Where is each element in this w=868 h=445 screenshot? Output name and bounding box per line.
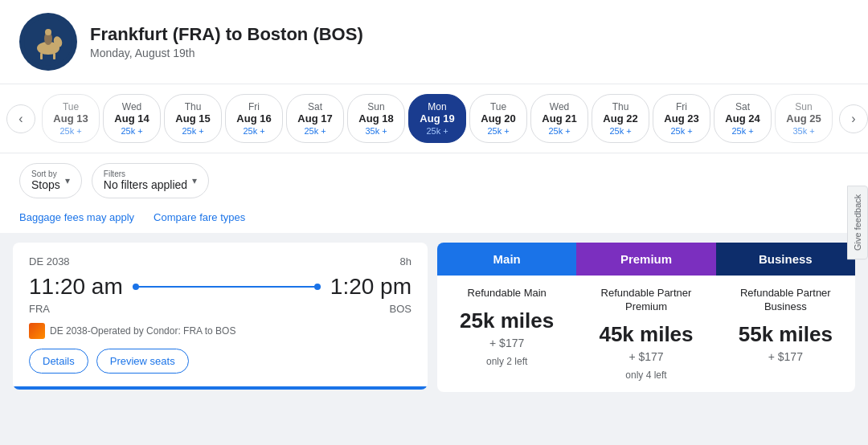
day-price: 35k + xyxy=(365,126,387,136)
fare-header-business: Business xyxy=(716,243,855,276)
sort-dropdown[interactable]: Sort by Stops ▾ xyxy=(19,163,82,198)
day-name: Wed xyxy=(550,101,569,112)
filter-dropdown-inner: Filters No filters applied xyxy=(104,170,187,191)
flight-route-line xyxy=(133,286,321,288)
day-name: Mon xyxy=(428,101,446,112)
svg-rect-5 xyxy=(40,53,43,59)
filter-dropdown[interactable]: Filters No filters applied ▾ xyxy=(92,163,209,198)
day-name: Fri xyxy=(248,101,260,112)
details-button[interactable]: Details xyxy=(29,349,88,374)
fare-col-main[interactable]: Main Refundable Main 25k miles + $177 on… xyxy=(437,243,576,392)
day-name: Thu xyxy=(612,101,629,112)
date-item-tue-aug13[interactable]: Tue Aug 13 25k + xyxy=(42,94,100,143)
day-price: 25k + xyxy=(426,126,448,136)
fare-type-main: Refundable Main xyxy=(468,287,547,300)
fare-availability-premium: only 4 left xyxy=(625,369,666,381)
date-selector: ‹ Tue Aug 13 25k + Wed Aug 14 25k + Thu … xyxy=(0,84,868,153)
day-price: 25k + xyxy=(121,126,142,136)
date-item-fri-aug23[interactable]: Fri Aug 23 25k + xyxy=(653,94,710,143)
day-name: Sat xyxy=(735,101,750,112)
fare-body-premium: Refundable Partner Premium 45k miles + $… xyxy=(576,276,715,392)
fare-header-main: Main xyxy=(437,243,576,276)
day-date: Aug 21 xyxy=(542,112,576,125)
day-price: 25k + xyxy=(609,126,631,136)
day-price: 25k + xyxy=(731,126,753,136)
feedback-tab[interactable]: Give feedback xyxy=(847,186,868,259)
day-price: 25k + xyxy=(182,126,203,136)
fare-availability-main: only 2 left xyxy=(486,356,527,367)
flight-actions: Details Preview seats xyxy=(29,349,411,374)
date-item-wed-aug14[interactable]: Wed Aug 14 25k + xyxy=(103,94,161,143)
day-name: Fri xyxy=(676,101,687,112)
fare-col-premium[interactable]: Premium Refundable Partner Premium 45k m… xyxy=(576,243,715,392)
fare-miles-premium: 45k miles xyxy=(599,322,693,347)
day-date: Aug 15 xyxy=(175,112,210,125)
date-item-sat-aug17[interactable]: Sat Aug 17 25k + xyxy=(286,94,344,143)
fare-body-main: Refundable Main 25k miles + $177 only 2 … xyxy=(437,276,576,392)
day-name: Tue xyxy=(490,101,506,112)
fare-cash-main: + $177 xyxy=(489,337,524,349)
fare-header-premium: Premium xyxy=(576,243,715,276)
fare-type-premium: Refundable Partner Premium xyxy=(584,287,707,314)
operated-by-text: DE 2038-Operated by Condor: FRA to BOS xyxy=(50,325,235,337)
next-date-button[interactable]: › xyxy=(839,104,868,133)
day-price: 25k + xyxy=(304,126,326,136)
page-header: Frankfurt (FRA) to Boston (BOS) Monday, … xyxy=(0,0,868,84)
day-name: Sun xyxy=(367,101,384,112)
fare-cash-premium: + $177 xyxy=(628,350,663,363)
sort-dropdown-inner: Sort by Stops xyxy=(31,170,60,191)
day-date: Aug 20 xyxy=(481,112,515,125)
date-item-sat-aug24[interactable]: Sat Aug 24 25k + xyxy=(714,94,772,143)
destination-avatar xyxy=(19,13,77,71)
day-name: Tue xyxy=(63,101,79,112)
fare-cash-business: + $177 xyxy=(768,350,803,363)
day-date: Aug 22 xyxy=(603,112,637,125)
day-date: Aug 16 xyxy=(236,112,271,125)
fare-col-business[interactable]: Business Refundable Partner Business 55k… xyxy=(716,243,855,392)
day-date: Aug 13 xyxy=(53,112,88,125)
date-item-wed-aug21[interactable]: Wed Aug 21 25k + xyxy=(530,94,588,143)
filter-value: No filters applied xyxy=(104,178,187,191)
day-date: Aug 25 xyxy=(786,112,821,125)
day-date: Aug 14 xyxy=(114,112,149,125)
controls-bar: Sort by Stops ▾ Filters No filters appli… xyxy=(0,153,868,205)
sort-chevron-icon: ▾ xyxy=(65,175,70,186)
flight-number: DE 2038 xyxy=(29,255,70,267)
fare-miles-business: 55k miles xyxy=(739,322,833,347)
fare-miles-main: 25k miles xyxy=(460,308,554,333)
condor-airline-icon xyxy=(29,323,45,339)
preview-seats-button[interactable]: Preview seats xyxy=(96,349,189,374)
airports-row: FRA BOS xyxy=(29,303,411,315)
flight-duration: 8h xyxy=(400,255,411,267)
main-content: DE 2038 8h 11:20 am 1:20 pm FRA BOS DE 2… xyxy=(0,233,868,402)
date-item-thu-aug15[interactable]: Thu Aug 15 25k + xyxy=(164,94,222,143)
arrive-time: 1:20 pm xyxy=(330,274,411,300)
fare-body-business: Refundable Partner Business 55k miles + … xyxy=(716,276,855,392)
prev-date-button[interactable]: ‹ xyxy=(6,104,35,133)
date-item-sun-aug25[interactable]: Sun Aug 25 35k + xyxy=(775,94,833,143)
travel-date: Monday, August 19th xyxy=(90,47,363,59)
flight-times-row: 11:20 am 1:20 pm xyxy=(29,274,411,300)
date-item-mon-aug19[interactable]: Mon Aug 19 25k + xyxy=(408,94,466,143)
operated-by-row: DE 2038-Operated by Condor: FRA to BOS xyxy=(29,323,411,339)
day-date: Aug 17 xyxy=(297,112,332,125)
day-price: 25k + xyxy=(670,126,692,136)
date-item-sun-aug18[interactable]: Sun Aug 18 35k + xyxy=(347,94,405,143)
date-item-thu-aug22[interactable]: Thu Aug 22 25k + xyxy=(592,94,649,143)
day-name: Sun xyxy=(795,101,812,112)
date-item-tue-aug20[interactable]: Tue Aug 20 25k + xyxy=(469,94,527,143)
day-date: Aug 24 xyxy=(725,112,760,125)
day-date: Aug 18 xyxy=(358,112,393,125)
day-price: 25k + xyxy=(243,126,264,136)
filter-label: Filters xyxy=(104,170,187,178)
svg-rect-6 xyxy=(53,53,55,59)
compare-fare-link[interactable]: Compare fare types xyxy=(154,211,245,223)
baggage-fees-link[interactable]: Baggage fees may apply xyxy=(19,211,134,223)
day-price: 35k + xyxy=(792,126,814,136)
fare-options: Main Refundable Main 25k miles + $177 on… xyxy=(437,243,855,392)
day-price: 25k + xyxy=(487,126,509,136)
fare-type-business: Refundable Partner Business xyxy=(724,287,847,314)
filter-chevron-icon: ▾ xyxy=(192,175,197,186)
date-item-fri-aug16[interactable]: Fri Aug 16 25k + xyxy=(225,94,283,143)
flight-card: DE 2038 8h 11:20 am 1:20 pm FRA BOS DE 2… xyxy=(13,243,428,390)
